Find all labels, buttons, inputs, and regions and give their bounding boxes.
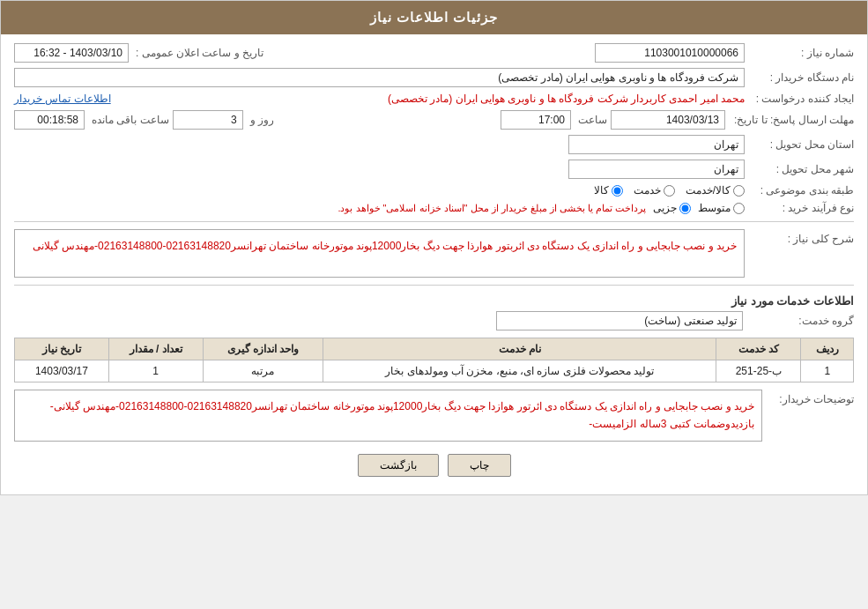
datetime-label: تاریخ و ساعت اعلان عمومی :	[132, 47, 263, 59]
contact-link[interactable]: اطلاعات تماس خریدار	[14, 93, 111, 105]
cell-name: تولید محصولات فلزی سازه ای، منبع، مخزن آ…	[323, 360, 716, 382]
cell-quantity: 1	[108, 360, 203, 382]
need-number-label: شماره نیاز :	[748, 47, 854, 59]
buyer-org-row: نام دستگاه خریدار : شرکت فرودگاه ها و نا…	[14, 68, 854, 87]
back-button[interactable]: بازگشت	[358, 454, 439, 477]
procurement-note: پرداخت تمام یا بخشی از مبلغ خریدار از مح…	[338, 203, 646, 214]
category-option-kala-khedmat: کالا/خدمت	[686, 184, 745, 197]
page-wrapper: جزئیات اطلاعات نیاز شماره نیاز : 1103001…	[0, 0, 868, 495]
province-row: استان محل تحویل : تهران	[14, 135, 854, 154]
procurement-type-group: متوسط جزیی پرداخت تمام یا بخشی از مبلغ خ…	[338, 202, 745, 214]
province-value: تهران	[568, 135, 745, 154]
col-header-unit: واحد اندازه گیری	[203, 338, 323, 360]
deadline-time-label: ساعت	[575, 114, 607, 126]
category-radio-kala-khedmat[interactable]	[733, 185, 745, 197]
procurement-radio-jozi[interactable]	[679, 203, 691, 214]
col-header-date: تاریخ نیاز	[15, 338, 109, 360]
cell-code: ب-25-251	[716, 360, 801, 382]
creator-row: ایجاد کننده درخواست : محمد امیر احمدی کا…	[14, 93, 854, 105]
buyer-org-value: شرکت فرودگاه ها و ناوبری هوایی ایران (ما…	[14, 68, 745, 87]
cell-row: 1	[801, 360, 854, 382]
col-header-code: کد خدمت	[716, 338, 801, 360]
col-header-name: نام خدمت	[323, 338, 716, 360]
button-row: چاپ بازگشت	[14, 454, 854, 477]
procurement-option-jozi: جزیی	[653, 202, 691, 214]
creator-value: محمد امیر احمدی کاربردار شرکت فرودگاه ها…	[388, 93, 745, 105]
print-button[interactable]: چاپ	[448, 454, 511, 477]
buyer-desc-label: توضیحات خریدار:	[766, 390, 854, 405]
page-title: جزئیات اطلاعات نیاز	[1, 1, 867, 34]
buyer-org-label: نام دستگاه خریدار :	[748, 71, 854, 84]
col-header-row: ردیف	[801, 338, 854, 360]
service-group-value: تولید صنعتی (ساخت)	[496, 311, 743, 330]
category-option-khedmat: خدمت	[634, 184, 675, 197]
category-row: طبقه بندی موضوعی : کالا/خدمت خدمت کالا	[14, 184, 854, 197]
need-desc-label: شرح کلی نیاز :	[748, 229, 854, 245]
deadline-date: 1403/03/13	[611, 110, 725, 130]
city-row: شهر محل تحویل : تهران	[14, 160, 854, 179]
services-info-label: اطلاعات خدمات مورد نیاز	[14, 294, 854, 308]
buyer-desc-value: خرید و نصب جابجایی و راه اندازی یک دستگا…	[14, 390, 762, 442]
need-desc-row: شرح کلی نیاز : خرید و نصب جابجایی و راه …	[14, 229, 854, 278]
category-label-kala: کالا	[594, 184, 609, 197]
services-table-header: ردیف کد خدمت نام خدمت واحد اندازه گیری ت…	[15, 338, 854, 360]
need-number-value: 1103001010000066	[595, 43, 745, 63]
province-label: استان محل تحویل :	[748, 138, 854, 151]
col-header-quantity: تعداد / مقدار	[108, 338, 203, 360]
category-label: طبقه بندی موضوعی :	[748, 184, 854, 197]
procurement-label-motavasset: متوسط	[698, 202, 731, 214]
deadline-row: مهلت ارسال پاسخ: تا تاریخ: 1403/03/13 سا…	[14, 110, 854, 130]
table-row: 1 ب-25-251 تولید محصولات فلزی سازه ای، م…	[15, 360, 854, 382]
service-group-row: گروه خدمت: تولید صنعتی (ساخت)	[14, 311, 854, 330]
category-label-khedmat: خدمت	[634, 184, 661, 197]
creator-label: ایجاد کننده درخواست :	[748, 93, 854, 105]
content-area: شماره نیاز : 1103001010000066 تاریخ و سا…	[1, 34, 867, 494]
procurement-option-motavasset: متوسط	[698, 202, 745, 214]
need-desc-value: خرید و نصب جابجایی و راه اندازی یک دستگا…	[14, 229, 745, 278]
cell-date: 1403/03/17	[15, 360, 109, 382]
service-group-label: گروه خدمت:	[748, 315, 854, 327]
need-number-row: شماره نیاز : 1103001010000066 تاریخ و سا…	[14, 43, 854, 63]
deadline-remain: 00:18:58	[14, 110, 85, 130]
procurement-row: نوع فرآیند خرید : متوسط جزیی پرداخت تمام…	[14, 202, 854, 214]
deadline-label: مهلت ارسال پاسخ: تا تاریخ:	[729, 114, 854, 126]
category-option-kala: کالا	[594, 184, 623, 197]
procurement-label-jozi: جزیی	[653, 202, 677, 214]
deadline-days: 3	[173, 110, 243, 130]
city-value: تهران	[568, 160, 745, 179]
deadline-days-label: روز و	[247, 114, 274, 126]
deadline-time: 17:00	[501, 110, 571, 130]
procurement-label: نوع فرآیند خرید :	[748, 202, 854, 214]
city-label: شهر محل تحویل :	[748, 163, 854, 175]
services-table-body: 1 ب-25-251 تولید محصولات فلزی سازه ای، م…	[15, 360, 854, 382]
cell-unit: مرتبه	[203, 360, 323, 382]
procurement-radio-motavasset[interactable]	[733, 203, 745, 214]
buyer-desc-row: توضیحات خریدار: خرید و نصب جابجایی و راه…	[14, 390, 854, 442]
datetime-value: 1403/03/10 - 16:32	[14, 43, 129, 63]
category-radio-khedmat[interactable]	[664, 185, 675, 197]
category-label-kala-khedmat: کالا/خدمت	[686, 184, 731, 197]
deadline-remain-label: ساعت باقی مانده	[88, 114, 169, 126]
category-radio-group: کالا/خدمت خدمت کالا	[594, 184, 745, 197]
services-table: ردیف کد خدمت نام خدمت واحد اندازه گیری ت…	[14, 338, 854, 382]
category-radio-kala[interactable]	[612, 185, 623, 197]
